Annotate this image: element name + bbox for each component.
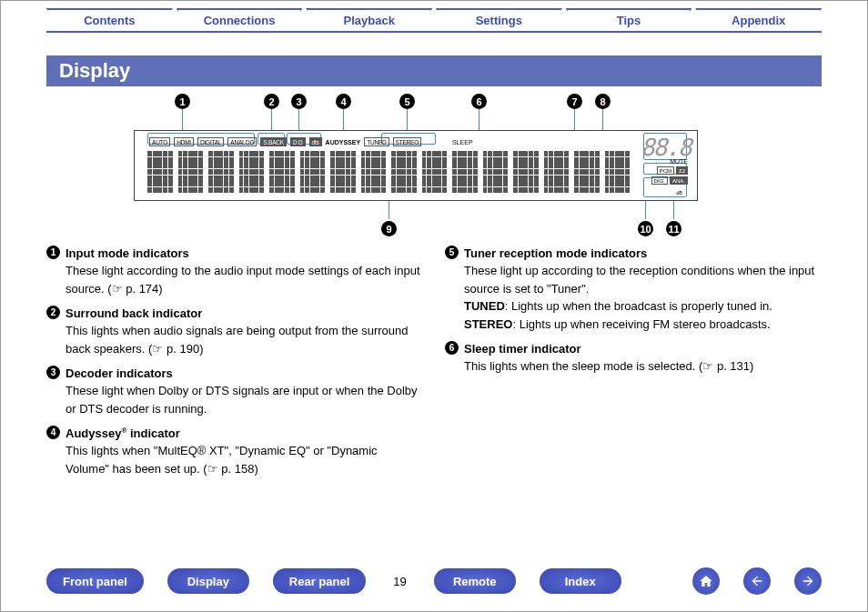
tab-connections[interactable]: Connections [177, 8, 303, 32]
indicator-ana: ANA. [670, 176, 688, 185]
indicator-hdmi: HDMI [174, 137, 194, 146]
item-body: These light when Dolby or DTS signals ar… [66, 382, 423, 417]
callout-2: 2 [264, 94, 279, 109]
indicator-dig: DIG. [651, 176, 668, 185]
display-diagram: 1 2 3 4 5 6 7 8 AUTO HDMI DIGITAL ANALOG… [116, 94, 752, 239]
bullet-3: 3 [46, 366, 60, 379]
indicator-auto: AUTO [149, 137, 170, 146]
nav-front-panel[interactable]: Front panel [46, 568, 144, 594]
volume-display: 88.8 MUTE PCM Z2 DIG. ANA. [641, 135, 688, 185]
bullet-2: 2 [46, 306, 60, 319]
desc-item-2: 2 Surround back indicator This lights wh… [46, 306, 423, 357]
prev-page-button[interactable] [743, 567, 771, 595]
description-columns: 1 Input mode indicators These light acco… [1, 239, 867, 487]
indicator-dolby: D D [290, 137, 306, 146]
page-number: 19 [393, 575, 406, 588]
item-body: These light according to the audio input… [66, 262, 423, 297]
item-body: These light up according to the receptio… [464, 262, 822, 333]
item-body: This lights when the sleep mode is selec… [464, 357, 822, 376]
top-tabs: Contents Connections Playback Settings T… [1, 1, 867, 32]
nav-remote[interactable]: Remote [434, 568, 516, 594]
callout-11: 11 [666, 221, 681, 236]
bottom-nav: Front panel Display Rear panel 19 Remote… [1, 567, 867, 595]
nav-index[interactable]: Index [540, 568, 621, 594]
callout-6: 6 [471, 94, 487, 109]
bullet-5: 5 [445, 246, 459, 259]
callout-3: 3 [291, 94, 307, 109]
right-column: 5 Tuner reception mode indicators These … [445, 246, 822, 487]
callout-1: 1 [175, 94, 190, 109]
desc-item-1: 1 Input mode indicators These light acco… [46, 246, 423, 297]
callout-10: 10 [638, 221, 653, 236]
indicator-analog: ANALOG [227, 137, 257, 146]
bullet-6: 6 [445, 341, 459, 355]
item-title: Decoder indicators [66, 366, 423, 380]
nav-rear-panel[interactable]: Rear panel [273, 568, 366, 594]
callout-4: 4 [336, 94, 351, 109]
indicator-stereo: STEREO [393, 137, 422, 146]
item-title: Sleep timer indicator [464, 342, 822, 356]
next-page-button[interactable] [794, 567, 822, 595]
page-title: Display [46, 55, 822, 86]
display-panel: AUTO HDMI DIGITAL ANALOG S.BACK D D dts … [134, 130, 698, 201]
indicator-dts: dts [309, 137, 322, 146]
desc-item-6: 6 Sleep timer indicator This lights when… [445, 342, 822, 376]
item-body: This lights when "MultEQ® XT", "Dynamic … [66, 442, 423, 477]
callout-8: 8 [595, 94, 611, 109]
item-title: Audyssey® indicator [66, 426, 423, 440]
tab-contents[interactable]: Contents [46, 8, 173, 32]
tab-appendix[interactable]: Appendix [695, 8, 822, 32]
item-title: Input mode indicators [66, 246, 423, 260]
item-body: This lights when audio signals are being… [66, 322, 423, 357]
indicator-audyssey: AUDYSSEY [326, 139, 361, 145]
home-button[interactable] [692, 567, 720, 595]
indicator-db: dB [676, 190, 682, 196]
indicator-pcm: PCM [657, 166, 674, 175]
arrow-right-icon [801, 574, 815, 588]
dot-matrix-area [147, 151, 630, 193]
indicator-z2: Z2 [676, 166, 688, 175]
desc-item-5: 5 Tuner reception mode indicators These … [445, 246, 822, 333]
tab-playback[interactable]: Playback [306, 8, 432, 32]
callout-9: 9 [381, 221, 397, 236]
desc-item-3: 3 Decoder indicators These light when Do… [46, 366, 423, 417]
tab-settings[interactable]: Settings [436, 8, 562, 32]
item-title: Surround back indicator [66, 306, 423, 320]
callout-5: 5 [399, 94, 415, 109]
nav-display[interactable]: Display [167, 568, 249, 594]
tab-tips[interactable]: Tips [566, 8, 692, 32]
left-column: 1 Input mode indicators These light acco… [46, 246, 423, 487]
bullet-1: 1 [46, 246, 60, 259]
home-icon [699, 574, 713, 588]
indicator-digital: DIGITAL [197, 137, 224, 146]
indicator-sleep: SLEEP [452, 139, 473, 145]
bullet-4: 4 [46, 426, 60, 439]
indicator-tuned: TUNED [364, 137, 389, 146]
seven-segment: 88.8 [641, 135, 688, 160]
indicator-sback: S.BACK [260, 137, 287, 146]
callout-7: 7 [567, 94, 582, 109]
desc-item-4: 4 Audyssey® indicator This lights when "… [46, 426, 423, 477]
arrow-left-icon [750, 574, 764, 588]
item-title: Tuner reception mode indicators [464, 246, 822, 260]
